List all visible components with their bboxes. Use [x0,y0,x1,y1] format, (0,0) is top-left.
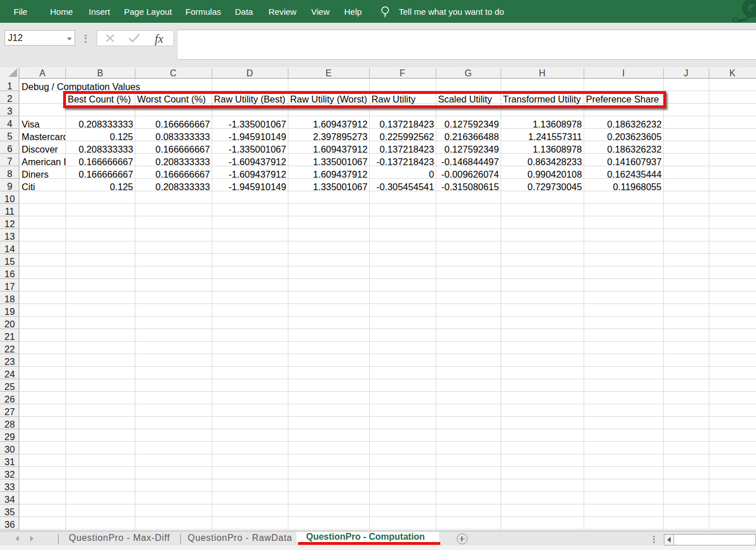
svg-text:fx: fx [155,32,164,46]
